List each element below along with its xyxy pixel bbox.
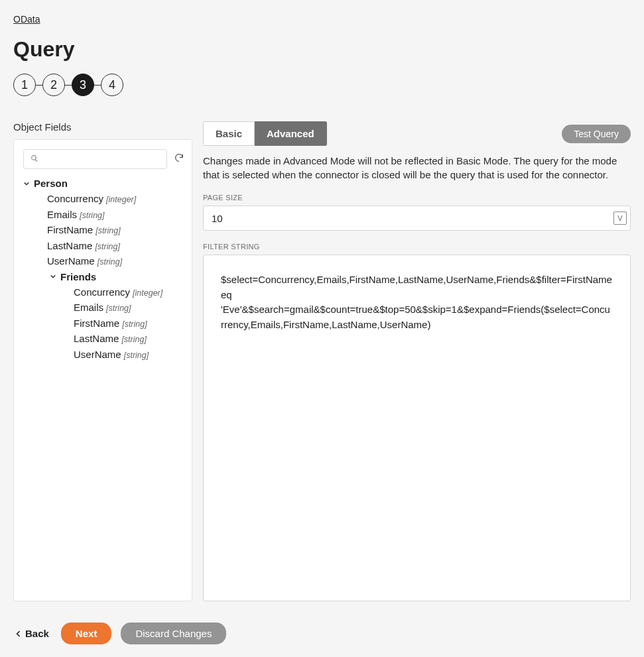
tree-node-friends[interactable]: Friends — [23, 269, 182, 284]
field-type: [string] — [95, 241, 120, 253]
field-name: Emails — [74, 300, 103, 314]
field-name: Emails — [47, 208, 77, 221]
step-connector — [94, 85, 101, 86]
step-3[interactable]: 3 — [72, 74, 94, 96]
field-name: LastName — [47, 239, 92, 253]
refresh-icon — [174, 152, 184, 166]
tree-node-label: Person — [34, 176, 68, 190]
step-connector — [36, 85, 42, 86]
field-type: [string] — [122, 319, 147, 331]
field-type: [string] — [121, 334, 147, 346]
tree-field[interactable]: Emails [string] — [23, 207, 182, 223]
mode-tabs: Basic Advanced — [203, 121, 327, 146]
tree-field[interactable]: Concurrency [integer] — [23, 284, 182, 300]
back-label: Back — [25, 628, 49, 639]
tree-field[interactable]: Concurrency [integer] — [23, 191, 182, 207]
field-type: [string] — [124, 350, 149, 362]
step-2[interactable]: 2 — [42, 74, 65, 96]
field-name: FirstName — [47, 223, 93, 237]
page-size-label: PAGE SIZE — [203, 194, 631, 202]
chevron-down-icon — [50, 274, 56, 279]
back-button[interactable]: Back — [13, 624, 52, 643]
breadcrumb[interactable]: OData — [13, 14, 40, 25]
discard-changes-button[interactable]: Discard Changes — [121, 623, 226, 644]
field-name: LastName — [74, 331, 119, 345]
field-type: [string] — [97, 257, 123, 269]
stepper: 1 2 3 4 — [13, 74, 631, 96]
tree-field[interactable]: Emails [string] — [23, 300, 182, 316]
tree-field[interactable]: UserName [string] — [23, 347, 182, 363]
page-title: Query — [13, 37, 631, 62]
field-name: FirstName — [74, 316, 119, 330]
advanced-mode-notice: Changes made in Advanced Mode will not b… — [203, 154, 631, 182]
tree-field[interactable]: UserName [string] — [23, 253, 182, 269]
refresh-button[interactable] — [174, 153, 184, 165]
step-connector — [65, 85, 72, 86]
variable-icon: V — [617, 214, 622, 222]
field-name: UserName — [47, 254, 95, 268]
test-query-button[interactable]: Test Query — [562, 125, 631, 143]
page-size-input[interactable] — [203, 206, 631, 231]
next-button[interactable]: Next — [61, 623, 112, 644]
field-type: [string] — [106, 303, 131, 315]
chevron-left-icon — [16, 628, 21, 639]
tree-field[interactable]: FirstName [string] — [23, 316, 182, 331]
search-icon — [31, 153, 38, 165]
tree-field[interactable]: FirstName [string] — [23, 222, 182, 238]
search-input-wrapper[interactable] — [23, 149, 167, 169]
tab-basic[interactable]: Basic — [203, 121, 255, 146]
field-type: [string] — [96, 225, 121, 237]
field-name: Concurrency — [47, 192, 103, 206]
chevron-down-icon — [23, 181, 30, 186]
variable-button[interactable]: V — [613, 211, 627, 225]
tree-node-person[interactable]: Person — [23, 176, 182, 191]
search-input[interactable] — [44, 154, 160, 164]
step-1[interactable]: 1 — [13, 74, 36, 96]
tree-field[interactable]: LastName [string] — [23, 238, 182, 254]
object-fields-heading: Object Fields — [13, 121, 192, 133]
field-name: Concurrency — [74, 285, 130, 299]
field-type: [string] — [80, 210, 105, 222]
tree-field[interactable]: LastName [string] — [23, 331, 182, 347]
step-4[interactable]: 4 — [101, 74, 123, 96]
field-type: [integer] — [133, 288, 162, 300]
field-type: [integer] — [106, 194, 136, 206]
tree-node-label: Friends — [60, 270, 96, 284]
object-fields-panel: Person Concurrency [integer] Emails [str… — [13, 139, 192, 601]
filter-string-label: FILTER STRING — [203, 243, 631, 251]
filter-string-input[interactable] — [203, 255, 631, 601]
field-name: UserName — [74, 347, 121, 361]
tab-advanced[interactable]: Advanced — [255, 121, 327, 146]
field-tree: Person Concurrency [integer] Emails [str… — [23, 176, 182, 362]
